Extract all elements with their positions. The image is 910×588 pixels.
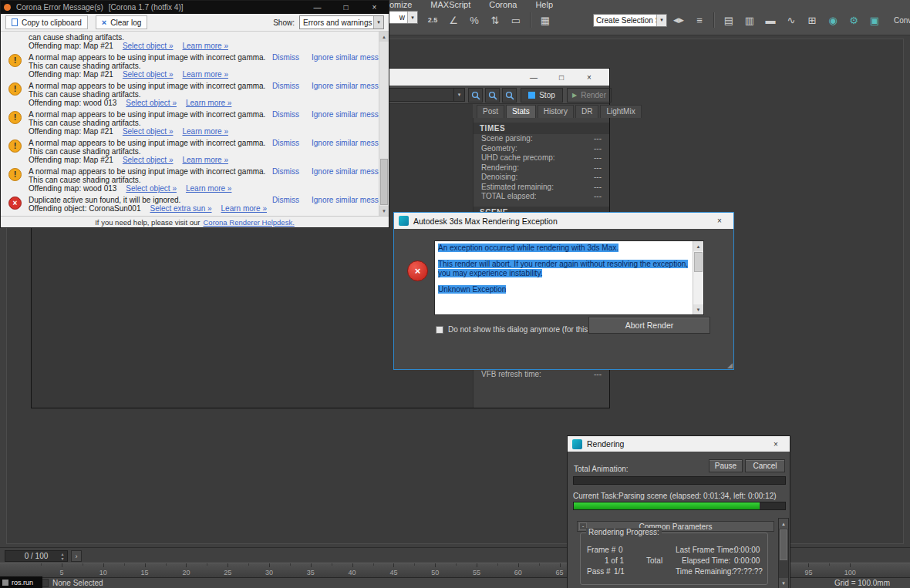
frame-spinner[interactable]: ▴ ▾ <box>59 551 66 561</box>
tab-stats[interactable]: Stats <box>506 105 536 118</box>
copy-to-clipboard-button[interactable]: Copy to clipboard <box>5 15 88 29</box>
taskbar-fragment[interactable]: ros.run <box>0 576 42 588</box>
menu-customize[interactable]: omize <box>389 0 412 9</box>
scroll-up-icon[interactable]: ▲ <box>693 241 703 251</box>
minimize-button[interactable]: — <box>520 69 548 86</box>
dismiss-link[interactable]: Dismiss <box>272 82 299 90</box>
scroll-down-icon[interactable]: ▼ <box>693 304 703 314</box>
stop-render-button[interactable]: Stop <box>521 88 563 102</box>
maximize-button[interactable]: □ <box>332 1 360 14</box>
percent-snap-icon[interactable]: % <box>465 11 484 29</box>
cancel-button[interactable]: Cancel <box>745 459 785 472</box>
zoom-actual-size-icon[interactable] <box>502 88 517 102</box>
scroll-up-icon[interactable]: ▲ <box>779 519 788 529</box>
scrollbar-thumb[interactable] <box>780 529 787 560</box>
tab-post[interactable]: Post <box>477 105 504 118</box>
tab-dr[interactable]: DR <box>575 105 598 118</box>
menu-corona[interactable]: Corona <box>489 0 517 9</box>
angle-snap-icon[interactable]: ∠ <box>444 11 463 29</box>
scroll-down-icon[interactable]: ▼ <box>379 206 389 216</box>
render-button[interactable]: ▶ Render <box>567 88 612 102</box>
learn-more-link[interactable]: Learn more » <box>183 156 228 164</box>
rendered-frame-window-icon[interactable]: ▣ <box>865 11 884 29</box>
spinner-snap-icon[interactable]: ⇅ <box>486 11 504 29</box>
scrollbar-thumb[interactable] <box>380 159 388 205</box>
exception-title-bar[interactable]: Autodesk 3ds Max Rendering Exception × <box>394 213 733 229</box>
ignore-similar-link[interactable]: Ignore similar messages <box>312 53 380 62</box>
stats-value: --- <box>594 134 602 144</box>
stats-row: UHD cache precomp:--- <box>474 153 609 163</box>
abort-render-button[interactable]: Abort Render <box>588 317 710 334</box>
snaps-toggle-icon[interactable]: 2.5 <box>423 11 442 29</box>
named-selection-sets-combo[interactable]: Create Selection Se▾ <box>593 14 667 27</box>
select-object-link[interactable]: Select extra sun » <box>150 204 211 213</box>
curve-editor-icon[interactable]: ∿ <box>782 11 800 29</box>
exception-text-line: Unknown Exception <box>438 285 689 294</box>
rendering-title-bar[interactable]: Rendering × <box>568 436 790 452</box>
tab-history[interactable]: History <box>538 105 574 118</box>
dismiss-link[interactable]: Dismiss <box>272 110 299 119</box>
select-object-link[interactable]: Select object » <box>123 42 174 50</box>
ignore-similar-link[interactable]: Ignore similar messages <box>312 139 380 147</box>
zoom-in-icon[interactable] <box>468 88 483 102</box>
learn-more-link[interactable]: Learn more » <box>186 99 231 107</box>
learn-more-link[interactable]: Learn more » <box>186 184 231 193</box>
render-setup-icon[interactable]: ⚙ <box>844 11 863 29</box>
error-icon: × <box>8 197 22 210</box>
select-object-link[interactable]: Select object » <box>123 156 174 164</box>
learn-more-link[interactable]: Learn more » <box>221 204 267 213</box>
close-button[interactable]: × <box>360 1 389 14</box>
ribbon-icon[interactable]: ▬ <box>761 11 780 29</box>
maximize-button[interactable]: □ <box>548 69 575 86</box>
rollout-scrollbar[interactable]: ▲ ▼ <box>778 518 789 588</box>
ruler-tick <box>477 563 477 567</box>
error-window-title-bar[interactable]: Corona Error Message(s) [Corona 1.7 (hot… <box>1 1 389 14</box>
close-button[interactable]: × <box>706 213 733 229</box>
current-frame-field[interactable]: 0 / 100 ▴ ▾ <box>5 550 68 562</box>
zoom-out-icon[interactable] <box>485 88 500 102</box>
layer-manager-icon[interactable]: ▤ <box>720 11 738 29</box>
material-editor-icon[interactable]: ◉ <box>824 11 842 29</box>
select-object-link[interactable]: Select object » <box>123 127 174 136</box>
scroll-down-icon[interactable]: ▼ <box>779 578 788 588</box>
menu-help[interactable]: Help <box>535 0 553 9</box>
scroll-up-icon[interactable]: ▲ <box>379 32 389 42</box>
ignore-similar-link[interactable]: Ignore similar messages <box>312 196 380 204</box>
exception-message-text[interactable]: An exception occurred while rendering wi… <box>434 240 704 315</box>
resize-grip[interactable]: ◢ <box>727 361 733 369</box>
dont-show-again-checkbox[interactable] <box>436 326 443 334</box>
error-list-scrollbar[interactable]: ▲ ▼ <box>379 32 389 216</box>
dismiss-link[interactable]: Dismiss <box>272 167 299 176</box>
pause-button[interactable]: Pause <box>709 459 743 472</box>
next-frame-button[interactable]: › <box>71 550 82 562</box>
dismiss-link[interactable]: Dismiss <box>272 139 299 147</box>
select-object-link[interactable]: Select object » <box>126 99 177 107</box>
select-object-link[interactable]: Select object » <box>126 184 177 193</box>
clear-log-button[interactable]: × Clear log <box>96 15 147 29</box>
show-filter-dropdown[interactable]: Errors and warnings ▾ <box>299 15 384 29</box>
ignore-similar-link[interactable]: Ignore similar messages <box>312 110 380 119</box>
dismiss-link[interactable]: Dismiss <box>272 196 299 204</box>
learn-more-link[interactable]: Learn more » <box>183 127 228 136</box>
exception-text-scrollbar[interactable]: ▲ ▼ <box>693 241 703 314</box>
learn-more-link[interactable]: Learn more » <box>183 70 228 79</box>
tab-lightmix[interactable]: LightMix <box>600 105 641 118</box>
learn-more-link[interactable]: Learn more » <box>183 42 228 50</box>
stats-value: --- <box>594 370 602 378</box>
dismiss-link[interactable]: Dismiss <box>272 53 299 62</box>
minimize-button[interactable]: — <box>303 1 332 14</box>
mirror-icon[interactable]: ◀▶ <box>669 11 688 29</box>
named-selection-sets-icon[interactable]: ▦ <box>536 11 554 29</box>
ignore-similar-link[interactable]: Ignore similar messages <box>312 82 380 90</box>
align-icon[interactable]: ≡ <box>690 11 709 29</box>
close-button[interactable]: × <box>575 69 603 86</box>
select-object-link[interactable]: Select object » <box>123 70 174 79</box>
menu-maxscript[interactable]: MAXScript <box>430 0 470 9</box>
ignore-similar-link[interactable]: Ignore similar messages <box>312 167 380 176</box>
close-button[interactable]: × <box>762 436 790 452</box>
schematic-view-icon[interactable]: ⊞ <box>803 11 821 29</box>
scene-explorer-icon[interactable]: ▥ <box>740 11 759 29</box>
keyboard-override-icon[interactable]: ▭ <box>507 11 525 29</box>
helpdesk-link[interactable]: Corona Renderer Helpdesk. <box>203 218 294 227</box>
scrollbar-thumb[interactable] <box>694 252 703 272</box>
